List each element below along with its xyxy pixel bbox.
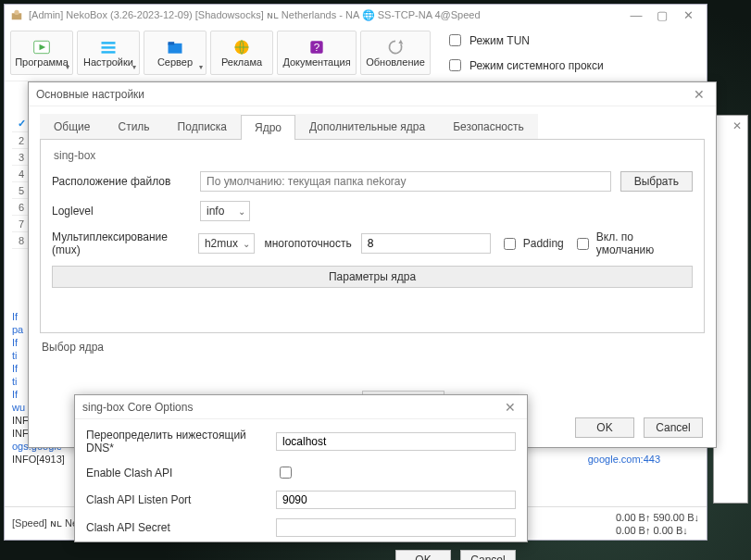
padding-checkbox[interactable]: Padding [500, 235, 564, 253]
dns-override-label: Переопределить нижестоящий DNS* [86, 429, 267, 454]
window-title: [Admin] NekoBox (3.26-2023-12-09) [Shado… [29, 9, 481, 21]
choose-button[interactable]: Выбрать [620, 171, 693, 192]
singbox-core-options-dialog: sing-box Core Options ✕ Переопределить н… [74, 394, 528, 542]
dialog-title: Основные настройки [36, 88, 144, 101]
tab-style[interactable]: Стиль [104, 114, 163, 139]
svg-rect-8 [169, 42, 175, 44]
clash-secret-label: Clash API Secret [86, 521, 267, 534]
section-singbox: sing-box [54, 149, 693, 162]
tun-mode-checkbox[interactable]: Режим TUN [445, 31, 604, 49]
system-proxy-checkbox[interactable]: Режим системного прокси [445, 56, 604, 74]
mux-label: Мультиплексирование (mux) [52, 230, 189, 256]
files-location-input[interactable] [200, 171, 611, 192]
basic-settings-dialog: Основные настройки ✕ Общие Стиль Подписк… [28, 81, 717, 448]
threads-label: многопоточность [264, 237, 351, 250]
toolbar-ads[interactable]: Реклама [210, 31, 273, 75]
tab-security[interactable]: Безопасность [439, 114, 538, 139]
svg-rect-4 [102, 42, 116, 44]
close-icon[interactable]: ✕ [690, 87, 708, 102]
svg-text:?: ? [314, 41, 320, 53]
files-location-label: Расположение файлов [52, 175, 191, 188]
dns-override-input[interactable] [276, 432, 516, 451]
status-traffic-2: 0.00 B↑ 0.00 B↓ [616, 524, 699, 537]
tab-extra-cores[interactable]: Дополнительные ядра [295, 114, 439, 139]
svg-rect-5 [102, 46, 116, 49]
main-toolbar: Программа▾ Настройки▾ Сервер▾ Реклама ? … [5, 25, 707, 81]
svg-marker-12 [398, 40, 403, 44]
ok-button[interactable]: OK [575, 417, 634, 438]
toolbar-update[interactable]: Обновление [360, 31, 431, 75]
ok-button[interactable]: OK [395, 550, 451, 560]
refresh-icon [386, 38, 405, 55]
threads-input[interactable] [361, 233, 491, 254]
minimize-button[interactable]: — [623, 8, 649, 22]
tab-general[interactable]: Общие [40, 114, 104, 139]
toolbar-program[interactable]: Программа▾ [10, 31, 73, 75]
clash-port-label: Clash API Listen Port [86, 493, 267, 506]
folder-icon [166, 38, 184, 55]
svg-point-1 [14, 10, 19, 15]
close-icon[interactable]: ✕ [732, 119, 742, 132]
background-window: ✕ [713, 115, 748, 504]
enable-clash-label: Enable Clash API [86, 467, 267, 479]
core-params-button[interactable]: Параметры ядра [52, 266, 693, 288]
mux-select[interactable]: h2mux [198, 233, 256, 254]
play-icon [32, 38, 51, 55]
app-icon [10, 8, 23, 21]
toolbar-server[interactable]: Сервер▾ [144, 31, 207, 75]
titlebar: [Admin] NekoBox (3.26-2023-12-09) [Shado… [5, 5, 707, 25]
close-icon[interactable]: ✕ [501, 400, 519, 415]
loglevel-label: Loglevel [52, 205, 191, 218]
status-speed: [Speed] ɴʟ Net [12, 517, 81, 529]
globe-icon [232, 38, 251, 55]
tab-subscription[interactable]: Подписка [164, 114, 241, 139]
close-button[interactable]: ✕ [675, 8, 701, 22]
maximize-button[interactable]: ▢ [649, 8, 675, 22]
default-on-checkbox[interactable]: Вкл. по умолчанию [573, 230, 693, 256]
enable-clash-checkbox[interactable] [280, 467, 292, 479]
choose-core-label: Выбор ядра [42, 341, 703, 354]
status-traffic-1: 0.00 B↑ 590.00 B↓ [616, 511, 699, 524]
dialog-title: sing-box Core Options [82, 401, 193, 414]
settings-tabs: Общие Стиль Подписка Ядро Дополнительные… [29, 106, 716, 139]
clash-port-input[interactable] [276, 491, 516, 509]
cancel-button[interactable]: Cancel [460, 550, 516, 560]
loglevel-select[interactable]: info [200, 201, 250, 221]
svg-rect-6 [102, 51, 116, 53]
sliders-icon [99, 38, 118, 55]
toolbar-docs[interactable]: ? Документация [277, 31, 357, 75]
cancel-button[interactable]: Cancel [644, 417, 703, 438]
clash-secret-input[interactable] [276, 518, 516, 537]
toolbar-settings[interactable]: Настройки▾ [77, 31, 140, 75]
tab-core[interactable]: Ядро [241, 115, 295, 140]
question-icon: ? [307, 38, 326, 55]
